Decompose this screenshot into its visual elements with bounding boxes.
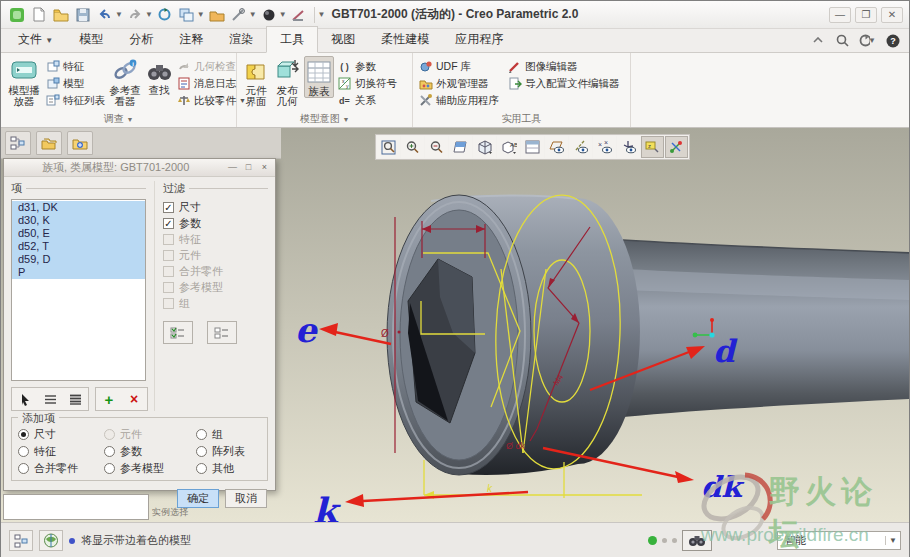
minimize-button[interactable]: — <box>829 7 851 23</box>
family-items-list[interactable]: d31, DK d30, K d50, E d52, T d59, D P <box>11 199 146 381</box>
tab-render[interactable]: 渲染 <box>216 27 266 52</box>
filter-parameter[interactable]: ✓参数 <box>163 215 268 231</box>
spin-center-button[interactable] <box>665 136 688 158</box>
undo-button[interactable] <box>95 5 115 25</box>
dialog-close-icon[interactable]: × <box>258 162 271 174</box>
list-item[interactable]: d59, D <box>12 253 145 266</box>
udf-library-button[interactable]: UDF 库 <box>418 58 504 75</box>
group-label-model-intent[interactable]: 模型意图 ▼ <box>237 112 412 127</box>
sync-icon[interactable]: ▼ <box>859 32 876 49</box>
point-display-button[interactable]: ×× <box>593 136 616 158</box>
find-button[interactable]: 查找 <box>145 56 173 96</box>
radio-feature[interactable]: 特征 <box>18 443 104 459</box>
render-dropdown-icon[interactable]: ▼ <box>279 10 287 19</box>
message-log-button[interactable]: 消息日志 <box>176 75 246 92</box>
add-item-button[interactable]: + <box>97 389 121 409</box>
parameters-button[interactable]: ( )参数 <box>337 58 397 75</box>
regenerate-button[interactable] <box>155 5 175 25</box>
tab-annotate[interactable]: 注释 <box>166 27 216 52</box>
open-file-button[interactable] <box>51 5 71 25</box>
tab-tools[interactable]: 工具 <box>266 26 318 53</box>
radio-group[interactable]: 组 <box>196 426 266 442</box>
favorites-tab[interactable] <box>67 131 93 155</box>
repaint-button[interactable] <box>449 136 472 158</box>
minimize-ribbon-icon[interactable] <box>809 32 826 49</box>
help-icon[interactable]: ? <box>884 32 901 49</box>
feature-list-button[interactable]: 特征列表 <box>45 92 105 109</box>
measure-button[interactable] <box>229 5 249 25</box>
radio-merge-part[interactable]: 合并零件 <box>18 460 104 476</box>
tab-flexible-modeling[interactable]: 柔性建模 <box>368 27 442 52</box>
image-editor-button[interactable]: 图像编辑器 <box>507 58 620 75</box>
component-interface-button[interactable]: 元件界面 <box>242 56 270 107</box>
radio-other[interactable]: 其他 <box>196 460 266 476</box>
dialog-minimize-icon[interactable]: — <box>226 162 239 174</box>
list-item[interactable]: d31, DK <box>12 201 145 214</box>
selection-filter-dropdown[interactable]: 智能 ▼ <box>777 531 901 550</box>
radio-pattern-table[interactable]: 阵列表 <box>196 443 266 459</box>
display-style-button[interactable] <box>473 136 496 158</box>
radio-dimension[interactable]: 尺寸 <box>18 426 104 442</box>
search-icon[interactable] <box>834 32 851 49</box>
navigator-bottom-box[interactable] <box>3 494 149 520</box>
measure-dropdown-icon[interactable]: ▼ <box>249 10 257 19</box>
annotation-display-button[interactable]: z <box>641 136 664 158</box>
select-mode-button[interactable] <box>13 389 37 409</box>
window-switch-button[interactable] <box>177 5 197 25</box>
appearance-manager-button[interactable]: 外观管理器 <box>418 75 504 92</box>
list-item[interactable]: d30, K <box>12 214 145 227</box>
uncheck-all-button[interactable] <box>207 321 237 344</box>
zoom-in-button[interactable] <box>401 136 424 158</box>
family-table-button[interactable]: 族表 <box>304 56 334 98</box>
list-item[interactable]: d52, T <box>12 240 145 253</box>
publish-geometry-button[interactable]: 发布几何 <box>273 56 301 107</box>
cancel-button[interactable]: 取消 <box>225 489 267 508</box>
feature-button[interactable]: 特征 <box>45 58 105 75</box>
find-in-model-button[interactable] <box>682 530 712 551</box>
navigator-toggle-button[interactable] <box>9 530 33 551</box>
redo-dropdown-icon[interactable]: ▼ <box>145 10 153 19</box>
dense-list-view-button[interactable] <box>63 389 87 409</box>
restore-button[interactable]: ❐ <box>855 7 877 23</box>
group-label-investigate[interactable]: 调查 ▼ <box>1 112 236 127</box>
relations-button[interactable]: d=关系 <box>337 92 397 109</box>
tab-file[interactable]: 文件 ▼ <box>5 27 66 52</box>
saved-orientations-button[interactable]: AB <box>497 136 520 158</box>
close-window-button[interactable] <box>207 5 227 25</box>
customize-dropdown-icon[interactable]: ▼ <box>318 10 326 19</box>
model-button[interactable]: 模型 <box>45 75 105 92</box>
view-manager-button[interactable] <box>521 136 544 158</box>
folder-browser-tab[interactable] <box>36 131 62 155</box>
reference-viewer-button[interactable]: i 参考查看器 <box>108 56 142 107</box>
axis-display-button[interactable] <box>569 136 592 158</box>
switch-symbols-button[interactable]: xy切换符号 <box>337 75 397 92</box>
radio-ref-model[interactable]: 参考模型 <box>104 460 196 476</box>
screw-shaft[interactable] <box>623 240 909 417</box>
tab-view[interactable]: 视图 <box>318 27 368 52</box>
tab-model[interactable]: 模型 <box>66 27 116 52</box>
zoom-out-button[interactable] <box>425 136 448 158</box>
sketch-button[interactable] <box>289 5 309 25</box>
filter-dimension[interactable]: ✓尺寸 <box>163 199 268 215</box>
csys-display-button[interactable] <box>617 136 640 158</box>
group-label-utilities[interactable]: 实用工具 <box>413 112 630 127</box>
refit-button[interactable] <box>377 136 400 158</box>
browser-toggle-button[interactable] <box>39 530 63 551</box>
undo-dropdown-icon[interactable]: ▼ <box>115 10 123 19</box>
list-item[interactable]: d50, E <box>12 227 145 240</box>
render-style-button[interactable] <box>259 5 279 25</box>
delete-item-button[interactable]: × <box>122 389 146 409</box>
compare-part-button[interactable]: 比较零件▼ <box>176 92 246 109</box>
list-item[interactable]: P <box>12 266 145 279</box>
dialog-maximize-icon[interactable]: □ <box>242 162 255 174</box>
model-tree-tab[interactable] <box>5 131 31 155</box>
import-profile-editor-button[interactable]: 导入配置文件编辑器 <box>507 75 620 92</box>
tab-applications[interactable]: 应用程序 <box>442 27 516 52</box>
save-button[interactable] <box>73 5 93 25</box>
window-dropdown-icon[interactable]: ▼ <box>197 10 205 19</box>
redo-button[interactable] <box>125 5 145 25</box>
dialog-title-bar[interactable]: 族项, 类属模型: GBT701-2000 — □ × <box>4 159 275 177</box>
tab-analysis[interactable]: 分析 <box>116 27 166 52</box>
new-file-button[interactable] <box>29 5 49 25</box>
close-button[interactable]: ✕ <box>881 7 903 23</box>
